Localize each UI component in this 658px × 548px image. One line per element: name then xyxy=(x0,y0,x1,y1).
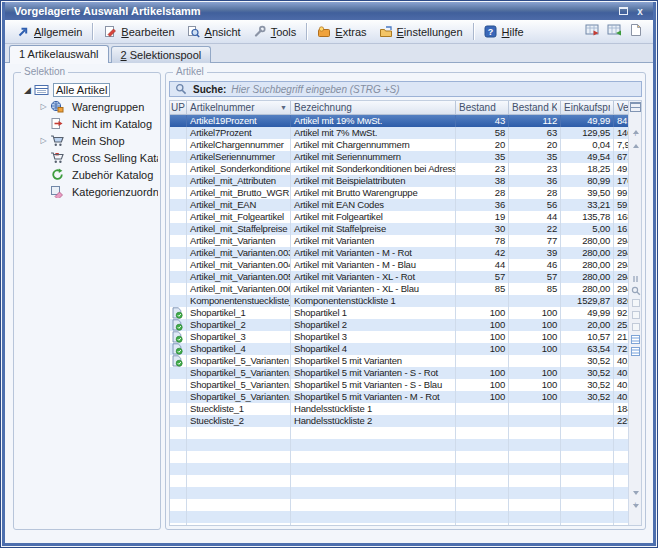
column-header-bezeichnung[interactable]: Bezeichnung xyxy=(291,101,456,114)
content-area: Selektion ◢Alle Artikel▷WarengruppenNich… xyxy=(5,63,653,543)
cell-bestand_kalk: 112 xyxy=(509,115,561,127)
column-header-einkaufspreis[interactable]: Einkaufspreis xyxy=(561,101,614,114)
search-bar[interactable]: Suche: Hier Suchbegriff eingeben (STRG +… xyxy=(169,81,642,97)
cell-bestand_kalk xyxy=(509,355,561,367)
scroll-first-icon[interactable] xyxy=(629,116,642,128)
tree-item-zubehoer-katalog[interactable]: Zubehör Katalog xyxy=(16,166,158,183)
cell-ve: 229 xyxy=(614,415,628,427)
maximize-button[interactable] xyxy=(616,5,630,18)
column-header-bestand[interactable]: Bestand xyxy=(456,101,509,114)
cell-ve: 294 xyxy=(614,271,628,283)
import-grid-button[interactable] xyxy=(606,24,622,39)
tab-selektionspool[interactable]: 2 Selektionspool xyxy=(111,46,212,63)
export-grid-button[interactable] xyxy=(584,24,600,39)
toolbar-button-bearbeiten[interactable]: Bearbeiten xyxy=(97,23,180,41)
zoom-marker-icon[interactable] xyxy=(629,285,642,297)
table-row[interactable]: Shopartikel_5_VariantenShopartikel 5 mit… xyxy=(170,355,628,367)
layout-marker-icon[interactable] xyxy=(629,309,642,321)
rows-marker-icon[interactable] xyxy=(629,333,642,345)
cell-artikelnummer: Artikel19Prozent xyxy=(187,115,291,127)
toolbar-button-allgemein[interactable]: Allgemein xyxy=(10,23,88,41)
cell-up xyxy=(170,403,187,415)
table-row[interactable]: Artikel_mit_FolgeartikelArtikel mit Folg… xyxy=(170,211,628,223)
column-header-artikelnummer[interactable]: Artikelnummer▼ xyxy=(187,101,291,114)
table-row[interactable]: Artikel_mit_StaffelpreiseArtikel mit Sta… xyxy=(170,223,628,235)
cell-bestand: 100 xyxy=(456,307,509,319)
cell-bezeichnung xyxy=(291,451,456,463)
scroll-down-icon[interactable] xyxy=(629,487,642,499)
close-button[interactable]: x xyxy=(633,5,647,18)
tree-item-warengruppen[interactable]: ▷Warengruppen xyxy=(16,98,158,115)
toolbar-button-extras[interactable]: Extras xyxy=(311,23,372,41)
cell-up xyxy=(170,115,187,127)
tree-item-alle-artikel[interactable]: ◢Alle Artikel xyxy=(16,81,158,98)
pause-marker-icon[interactable] xyxy=(629,273,642,285)
globe-icon xyxy=(49,100,65,114)
cell-einkaufspreis: 280,00 xyxy=(561,235,614,247)
toolbar-button-einstellungen[interactable]: Einstellungen xyxy=(373,23,469,41)
layout-marker-icon[interactable] xyxy=(629,321,642,333)
toolbar-button-label: Allgemein xyxy=(34,26,82,38)
table-row[interactable]: Artikel19ProzentArtikel mit 19% MwSt.431… xyxy=(170,115,628,127)
table-row[interactable]: Artikel7ProzentArtikel mit 7% MwSt.58631… xyxy=(170,127,628,139)
search-label: Suche: xyxy=(193,84,226,95)
table-row[interactable]: Artikel_mit_Varianten.004Artikel mit Var… xyxy=(170,259,628,271)
table-row[interactable]: Stueckliste_2Handelsstückliste 2229 xyxy=(170,415,628,427)
cell-artikelnummer xyxy=(187,427,291,439)
cell-bestand: 38 xyxy=(456,175,509,187)
tree-item-cross-selling-katalog[interactable]: Cross Selling Katalog xyxy=(16,149,158,166)
toolbar-button-ansicht[interactable]: Ansicht xyxy=(181,23,247,41)
tree-item-label: Warengruppen xyxy=(69,100,147,114)
tree-item-mein-shop[interactable]: ▷Mein Shop xyxy=(16,132,158,149)
column-header-bestand_kalk[interactable]: Bestand Kalk. xyxy=(509,101,561,114)
table-row[interactable]: Artikel_mit_EANArtikel mit EAN Codes3656… xyxy=(170,199,628,211)
cell-up xyxy=(170,271,187,283)
table-row[interactable]: Artikel_mit_Varianten.005Artikel mit Var… xyxy=(170,271,628,283)
table-row[interactable]: Komponentenstueckliste_1Komponentenstück… xyxy=(170,295,628,307)
column-header-up[interactable]: UP xyxy=(170,101,187,114)
toolbar-button-hilfe[interactable]: ?Hilfe xyxy=(478,23,530,41)
cell-bestand: 42 xyxy=(456,247,509,259)
table-row[interactable]: ArtikelSeriennummerArtikel mit Seriennum… xyxy=(170,151,628,163)
cell-einkaufspreis xyxy=(561,511,614,523)
toolbar-button-tools[interactable]: Tools xyxy=(247,23,303,41)
table-row[interactable]: Shopartikel_5_Varianten.2Shopartikel 5 m… xyxy=(170,379,628,391)
table-row[interactable]: Artikel_mit_Brutto_WGRArtikel mit Brutto… xyxy=(170,187,628,199)
titlebar[interactable]: Vorgelagerte Auswahl Artikelstamm x xyxy=(5,2,653,20)
scroll-up-icon[interactable] xyxy=(629,140,642,152)
table-row[interactable]: Shopartikel_3Shopartikel 310010010,5721, xyxy=(170,331,628,343)
table-row[interactable]: Shopartikel_2Shopartikel 210010020,0025, xyxy=(170,319,628,331)
table-row[interactable]: Shopartikel_5_Varianten.1Shopartikel 5 m… xyxy=(170,367,628,379)
layout-marker-icon[interactable] xyxy=(629,297,642,309)
cell-artikelnummer xyxy=(187,499,291,511)
tree-expander-icon[interactable]: ▷ xyxy=(38,136,49,145)
new-document-button[interactable] xyxy=(628,24,644,39)
tree-item-kategorienzuordnung-entfernen[interactable]: Kategorienzuordnung entfernen xyxy=(16,183,158,200)
table-row[interactable]: Shopartikel_4Shopartikel 410010063,5472, xyxy=(170,343,628,355)
edit-icon xyxy=(103,25,117,39)
cell-bestand: 58 xyxy=(456,127,509,139)
table-row[interactable]: Artikel_mit_VariantenArtikel mit Variant… xyxy=(170,235,628,247)
tree-expander-icon[interactable]: ◢ xyxy=(22,85,33,95)
table-row[interactable]: Artikel_SonderkonditionenArtikel mit Son… xyxy=(170,163,628,175)
cell-bestand_kalk: 36 xyxy=(509,175,561,187)
table-scrollbar[interactable]: ++ xyxy=(628,101,641,525)
table-row[interactable]: Artikel_mit_AttributenArtikel mit Beispi… xyxy=(170,175,628,187)
table-row[interactable]: Stueckliste_1Handelsstückliste 1184 xyxy=(170,403,628,415)
rows-marker-icon[interactable] xyxy=(629,345,642,357)
table-row[interactable]: Shopartikel_1Shopartikel 110010049,9992, xyxy=(170,307,628,319)
tree-item-nicht-im-katalog[interactable]: Nicht im Katalog xyxy=(16,115,158,132)
table-row[interactable]: Artikel_mit_Varianten.006Artikel mit Var… xyxy=(170,283,628,295)
table-row[interactable]: ArtikelChargennummerArtikel mit Chargenn… xyxy=(170,139,628,151)
table-row[interactable]: Shopartikel_5_Varianten.3Shopartikel 5 m… xyxy=(170,391,628,403)
scroll-last-icon[interactable] xyxy=(629,511,642,523)
cell-bestand_kalk: 100 xyxy=(509,331,561,343)
table-row[interactable]: Artikel_mit_Varianten.003Artikel mit Var… xyxy=(170,247,628,259)
toolbar-button-label: Einstellungen xyxy=(397,26,463,38)
tab-artikelauswahl[interactable]: 1 Artikelauswahl xyxy=(9,45,109,63)
cell-einkaufspreis xyxy=(561,523,614,525)
scroll-page-up-icon[interactable]: + xyxy=(629,128,642,140)
tree-expander-icon[interactable]: ▷ xyxy=(38,102,49,111)
cell-artikelnummer: Artikel_mit_Varianten xyxy=(187,235,291,247)
column-chooser-icon[interactable] xyxy=(629,101,642,113)
